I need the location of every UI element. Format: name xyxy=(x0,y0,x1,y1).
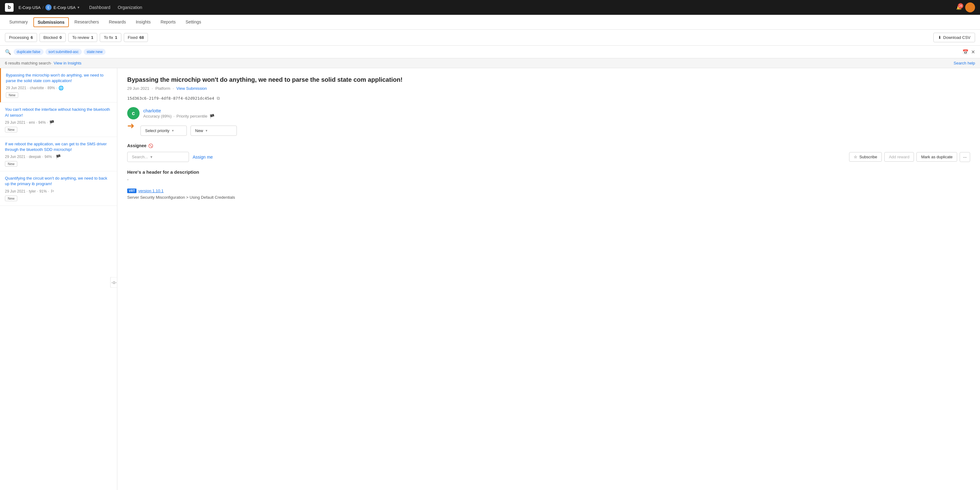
vrt-category: Server Security Misconfiguration > Using… xyxy=(127,195,970,200)
status-tab-fixed[interactable]: Fixed 68 xyxy=(124,33,148,42)
status-tab-to-fix[interactable]: To fix 1 xyxy=(100,33,121,42)
view-insights-link[interactable]: View in Insights xyxy=(54,61,81,65)
search-bar: 🔍 duplicate:false sort:submitted-asc sta… xyxy=(0,46,980,58)
detail-title: Bypassing the microchip won't do anythin… xyxy=(127,76,970,84)
assignee-label: Assignee xyxy=(127,143,146,148)
state-value: New xyxy=(195,128,203,133)
assignee-icon: 🚫 xyxy=(148,143,153,148)
secondary-navigation: Summary Submissions Researchers Rewards … xyxy=(0,15,980,30)
state-badge-0: New xyxy=(6,92,18,98)
researcher-row: c charlotte Accuracy (89%) · Priority pe… xyxy=(127,107,970,119)
submission-meta-1: 29 Jun 2021 · emi · 94% · 🏴 xyxy=(5,120,112,125)
nav-settings[interactable]: Settings xyxy=(181,16,206,29)
org-separator: / xyxy=(43,5,44,10)
search-tag-1[interactable]: sort:submitted-asc xyxy=(45,49,82,55)
state-badge-1: New xyxy=(5,127,17,132)
description-content: - xyxy=(127,177,970,182)
nav-organization[interactable]: Organization xyxy=(118,5,142,10)
status-label-to-fix: To fix xyxy=(104,35,113,40)
search-tags[interactable]: duplicate:false sort:submitted-asc state… xyxy=(14,49,960,55)
top-navigation: b E-Corp USA / E E-Corp USA ▾ Dashboard … xyxy=(0,0,980,15)
download-csv-button[interactable]: ⬇ Download CSV xyxy=(933,33,975,42)
researcher-accuracy: Accuracy (89%) xyxy=(143,114,172,119)
download-csv-label: Download CSV xyxy=(943,35,970,40)
top-nav-links: Dashboard Organization xyxy=(89,5,142,10)
subscribe-button[interactable]: ☆ Subscribe xyxy=(849,152,882,162)
search-icon: 🔍 xyxy=(5,49,11,55)
status-tab-to-review[interactable]: To review 1 xyxy=(68,33,97,42)
researcher-name[interactable]: charlotte xyxy=(143,108,215,113)
submission-title-0: Bypassing the microchip won't do anythin… xyxy=(6,73,112,84)
flag-icon-3: 🏳 xyxy=(50,189,55,194)
submission-title-1: You can't reboot the interface without h… xyxy=(5,107,112,118)
calendar-button[interactable]: 📅 xyxy=(963,49,969,55)
assignee-dropdown-chevron-icon: ▾ xyxy=(150,155,153,159)
submission-item-2[interactable]: If we reboot the application, we can get… xyxy=(0,137,117,171)
nav-rewards[interactable]: Rewards xyxy=(104,16,130,29)
download-icon: ⬇ xyxy=(938,35,942,40)
add-reward-button[interactable]: Add reward xyxy=(884,152,914,162)
submissions-list: Bypassing the microchip won't do anythin… xyxy=(0,68,117,490)
status-tab-processing[interactable]: Processing 6 xyxy=(5,33,37,42)
priority-dropdown[interactable]: Select priority ▾ xyxy=(140,125,187,136)
results-bar: 6 results matching search · View in Insi… xyxy=(0,58,980,68)
state-chevron-icon: ▾ xyxy=(206,128,207,133)
submission-title-2: If we reboot the application, we can get… xyxy=(5,141,112,152)
search-tag-0[interactable]: duplicate:false xyxy=(14,49,43,55)
nav-insights[interactable]: Insights xyxy=(132,16,155,29)
main-content: Bypassing the microchip won't do anythin… xyxy=(0,68,980,490)
clear-search-button[interactable]: ✕ xyxy=(971,49,975,55)
org-selector[interactable]: E-Corp USA / E E-Corp USA ▾ xyxy=(19,4,80,11)
uuid-value: 15d363c6-21f9-4df8-87f4-62d921dc45e4 xyxy=(127,96,214,101)
collapse-panel-button[interactable]: ◁▷ xyxy=(110,277,117,288)
more-actions-button[interactable]: ··· xyxy=(959,152,970,162)
search-tag-2[interactable]: state:new xyxy=(84,49,106,55)
vrt-label: VRT xyxy=(127,189,137,193)
nav-reports[interactable]: Reports xyxy=(156,16,180,29)
submission-item-1[interactable]: You can't reboot the interface without h… xyxy=(0,102,117,137)
nav-summary[interactable]: Summary xyxy=(5,16,32,29)
subscribe-label: Subscribe xyxy=(859,155,877,159)
action-buttons: ☆ Subscribe Add reward Mark as duplicate… xyxy=(849,152,970,162)
arrow-indicator: ➜ xyxy=(127,121,134,131)
assign-me-button[interactable]: Assign me xyxy=(192,155,213,160)
star-icon: ☆ xyxy=(854,155,858,159)
nav-researchers[interactable]: Researchers xyxy=(70,16,103,29)
search-actions: 📅 ✕ xyxy=(963,49,975,55)
state-dropdown[interactable]: New ▾ xyxy=(191,125,237,136)
status-count-fixed: 68 xyxy=(140,35,144,40)
collapse-icon: ◁▷ xyxy=(111,281,116,284)
notification-badge: 28 xyxy=(958,3,963,9)
notification-bell[interactable]: 🔔 28 xyxy=(956,5,961,10)
nav-submissions[interactable]: Submissions xyxy=(33,17,69,27)
state-badge-2: New xyxy=(5,161,17,167)
mark-as-duplicate-button[interactable]: Mark as duplicate xyxy=(916,152,957,162)
researcher-avatar-initial: c xyxy=(132,110,135,117)
submission-meta-3: 29 Jun 2021 · tyler · 91% · 🏳 xyxy=(5,189,112,194)
assignee-search-dropdown[interactable]: Search... ▾ xyxy=(127,152,189,162)
status-tab-blocked[interactable]: Blocked 0 xyxy=(40,33,66,42)
results-separator: · xyxy=(51,61,52,65)
submission-item-3[interactable]: Quantifying the circuit won't do anythin… xyxy=(0,171,117,206)
submission-meta-0: 29 Jun 2021 · charlotte · 89% · 🌐 xyxy=(6,86,112,90)
app-logo[interactable]: b xyxy=(5,3,14,12)
view-submission-link[interactable]: View Submission xyxy=(176,86,207,91)
researcher-avatar: c xyxy=(127,107,140,119)
org-label-right: E-Corp USA xyxy=(53,5,76,10)
submission-item-0[interactable]: Bypassing the microchip won't do anythin… xyxy=(0,68,117,102)
detail-meta: 29 Jun 2021 · Platform · View Submission xyxy=(127,86,970,91)
org-chevron-icon[interactable]: ▾ xyxy=(78,5,80,10)
detail-date: 29 Jun 2021 xyxy=(127,86,150,91)
status-count-to-fix: 1 xyxy=(115,35,117,40)
status-count-blocked: 0 xyxy=(60,35,62,40)
user-avatar[interactable] xyxy=(965,2,975,12)
vrt-version-link[interactable]: version 1.10.1 xyxy=(138,189,164,193)
results-count: 6 results matching search xyxy=(5,61,51,65)
nav-dashboard[interactable]: Dashboard xyxy=(89,5,111,10)
org-icon: E xyxy=(45,4,52,11)
uuid-row: 15d363c6-21f9-4df8-87f4-62d921dc45e4 ⧉ xyxy=(127,96,970,101)
copy-uuid-button[interactable]: ⧉ xyxy=(217,96,220,101)
status-label-blocked: Blocked xyxy=(43,35,58,40)
search-help-link[interactable]: Search help xyxy=(954,61,975,65)
org-label-left: E-Corp USA xyxy=(19,5,41,10)
